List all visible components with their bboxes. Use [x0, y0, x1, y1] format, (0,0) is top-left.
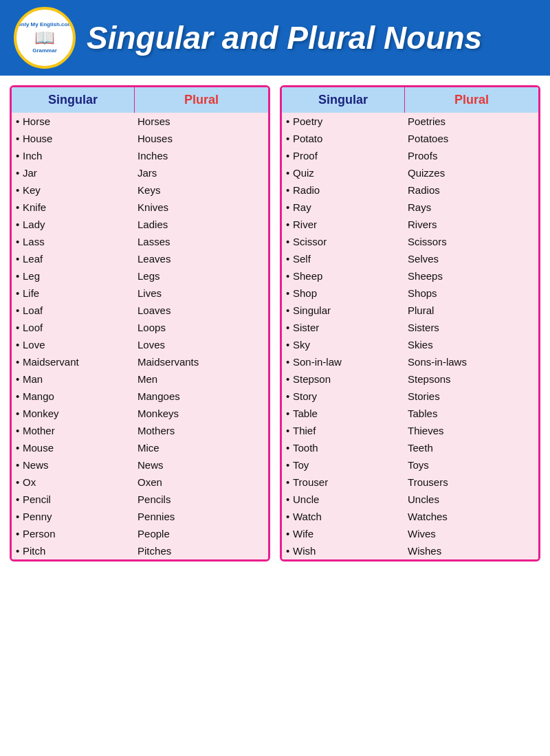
singular-cell: Radio [282, 184, 405, 197]
singular-cell: Uncle [282, 493, 405, 506]
plural-cell: Teeth [405, 441, 538, 454]
singular-cell: Thief [282, 424, 405, 437]
plural-cell: Potatoes [405, 132, 538, 145]
table-row: Trouser Trousers [282, 474, 538, 491]
plural-cell: Legs [135, 269, 268, 282]
plural-cell: Leaves [135, 252, 268, 265]
singular-cell: Scissor [282, 235, 405, 248]
table-row: Table Tables [282, 405, 538, 422]
singular-cell: Poetry [282, 115, 405, 128]
right-noun-rows: Poetry Poetries Potato Potatoes Proof Pr… [282, 113, 538, 559]
singular-cell: Self [282, 252, 405, 265]
header: Only My English.com 📖 Grammar Singular a… [0, 0, 550, 76]
plural-cell: Oxen [135, 476, 268, 489]
table-row: House Houses [12, 130, 268, 147]
book-icon: 📖 [34, 28, 55, 47]
main-content: Singular Plural Horse Horses House House… [0, 76, 550, 571]
plural-cell: Trousers [405, 476, 538, 489]
table-row: Maidservant Maidservants [12, 353, 268, 370]
table-row: Thief Thieves [282, 422, 538, 439]
plural-cell: Sisters [405, 321, 538, 334]
right-noun-box: Singular Plural Poetry Poetries Potato P… [280, 85, 540, 562]
plural-cell: Lasses [135, 235, 268, 248]
singular-cell: Mango [12, 390, 135, 403]
singular-cell: Ox [12, 476, 135, 489]
singular-cell: Table [282, 407, 405, 420]
table-row: Watch Watches [282, 508, 538, 525]
table-row: Lass Lasses [12, 233, 268, 250]
plural-cell: Inches [135, 149, 268, 162]
singular-cell: Trouser [282, 476, 405, 489]
plural-cell: Knives [135, 201, 268, 214]
plural-cell: Ladies [135, 218, 268, 231]
plural-cell: Tables [405, 407, 538, 420]
table-row: Tooth Teeth [282, 439, 538, 456]
plural-cell: Lives [135, 287, 268, 300]
singular-cell: Shop [282, 287, 405, 300]
table-row: Inch Inches [12, 147, 268, 164]
plural-cell: Mangoes [135, 390, 268, 403]
singular-cell: Lady [12, 218, 135, 231]
singular-cell: Loof [12, 321, 135, 334]
table-row: Love Loves [12, 336, 268, 353]
table-row: Mother Mothers [12, 422, 268, 439]
logo-bottom-text: Grammar [32, 47, 57, 54]
singular-cell: Inch [12, 149, 135, 162]
singular-cell: Penny [12, 510, 135, 523]
plural-cell: Scissors [405, 235, 538, 248]
plural-cell: Sheeps [405, 269, 538, 282]
singular-cell: Mother [12, 424, 135, 437]
table-row: Jar Jars [12, 164, 268, 181]
plural-cell: Horses [135, 115, 268, 128]
singular-cell: Key [12, 184, 135, 197]
plural-cell: Loops [135, 321, 268, 334]
table-row: Mango Mangoes [12, 388, 268, 405]
singular-cell: Lass [12, 235, 135, 248]
singular-cell: Stepson [282, 373, 405, 386]
table-row: Lady Ladies [12, 216, 268, 233]
logo-top-text: Only My English.com [17, 22, 73, 28]
right-plural-header: Plural [405, 87, 538, 113]
singular-cell: Maidservant [12, 355, 135, 368]
plural-cell: Radios [405, 184, 538, 197]
plural-cell: Maidservants [135, 355, 268, 368]
plural-cell: Watches [405, 510, 538, 523]
plural-cell: Pitches [135, 544, 268, 557]
plural-cell: Poetries [405, 115, 538, 128]
singular-cell: Leaf [12, 252, 135, 265]
singular-cell: Leg [12, 269, 135, 282]
table-row: Proof Proofs [282, 147, 538, 164]
right-singular-header: Singular [282, 87, 405, 113]
logo: Only My English.com 📖 Grammar [14, 7, 76, 69]
left-plural-header: Plural [135, 87, 268, 113]
singular-cell: Loaf [12, 304, 135, 317]
plural-cell: Mothers [135, 424, 268, 437]
plural-cell: Rivers [405, 218, 538, 231]
plural-cell: Selves [405, 252, 538, 265]
singular-cell: Wish [282, 544, 405, 557]
plural-cell: Men [135, 373, 268, 386]
plural-cell: Keys [135, 184, 268, 197]
singular-cell: Story [282, 390, 405, 403]
plural-cell: Thieves [405, 424, 538, 437]
plural-cell: Stories [405, 390, 538, 403]
plural-cell: Houses [135, 132, 268, 145]
plural-cell: Monkeys [135, 407, 268, 420]
table-row: Quiz Quizzes [282, 164, 538, 181]
table-row: Scissor Scissors [282, 233, 538, 250]
table-row: Self Selves [282, 250, 538, 267]
left-col-header: Singular Plural [12, 87, 268, 113]
table-row: Shop Shops [282, 285, 538, 302]
left-singular-header: Singular [12, 87, 135, 113]
plural-cell: Pennies [135, 510, 268, 523]
table-row: Wife Wives [282, 525, 538, 542]
table-row: Sister Sisters [282, 319, 538, 336]
table-row: Ray Rays [282, 199, 538, 216]
singular-cell: Singular [282, 304, 405, 317]
table-row: Man Men [12, 370, 268, 388]
table-row: Leg Legs [12, 267, 268, 285]
table-row: Story Stories [282, 388, 538, 405]
singular-cell: House [12, 132, 135, 145]
singular-cell: Watch [282, 510, 405, 523]
singular-cell: Potato [282, 132, 405, 145]
